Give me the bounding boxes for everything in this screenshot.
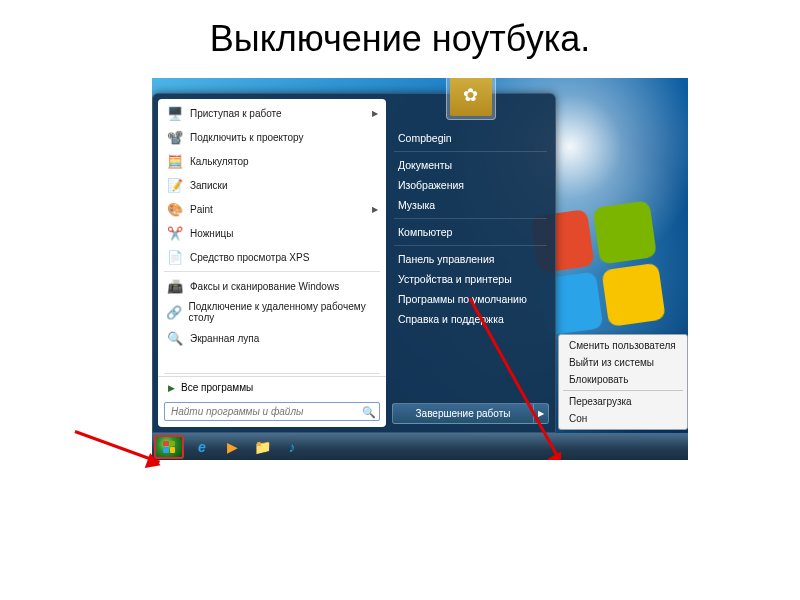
program-item[interactable]: 🧮Калькулятор [158, 149, 386, 173]
chevron-right-icon: ▶ [372, 109, 378, 118]
program-icon: 📽️ [166, 128, 184, 146]
program-label: Калькулятор [190, 156, 249, 167]
ie-icon[interactable]: e [188, 436, 216, 458]
search-input[interactable] [164, 402, 380, 421]
right-pane-item[interactable]: Компьютер [386, 222, 555, 242]
program-label: Ножницы [190, 228, 233, 239]
program-item[interactable]: 📽️Подключить к проектору [158, 125, 386, 149]
right-pane-item[interactable]: Справка и поддержка [386, 309, 555, 329]
program-label: Экранная лупа [190, 333, 259, 344]
search-icon: 🔍 [362, 405, 376, 418]
shutdown-button[interactable]: Завершение работы [392, 403, 533, 424]
program-label: Записки [190, 180, 228, 191]
start-button[interactable] [154, 435, 184, 459]
taskbar: e▶📁♪ [152, 433, 688, 460]
program-icon: 🔗 [166, 303, 183, 321]
program-item[interactable]: 🔍Экранная лупа [158, 326, 386, 350]
right-pane-item[interactable]: Устройства и принтеры [386, 269, 555, 289]
divider [394, 218, 547, 219]
all-programs-item[interactable]: ▶ Все программы [158, 376, 386, 398]
program-list: 🖥️Приступая к работе▶📽️Подключить к прое… [158, 99, 386, 371]
start-menu[interactable]: 🖥️Приступая к работе▶📽️Подключить к прое… [152, 93, 556, 433]
program-icon: 🔍 [166, 329, 184, 347]
right-pane-item[interactable]: Документы [386, 155, 555, 175]
program-item[interactable]: 📄Средство просмотра XPS [158, 245, 386, 269]
avatar-image: ✿ [450, 78, 492, 116]
start-menu-left-pane: 🖥️Приступая к работе▶📽️Подключить к прое… [158, 99, 386, 427]
program-label: Средство просмотра XPS [190, 252, 309, 263]
program-label: Paint [190, 204, 213, 215]
program-label: Подключение к удаленному рабочему столу [189, 301, 378, 323]
divider [164, 271, 380, 272]
media-player-icon[interactable]: ▶ [218, 436, 246, 458]
divider [563, 390, 683, 391]
program-item[interactable]: 📝Записки [158, 173, 386, 197]
divider [394, 151, 547, 152]
program-item[interactable]: ✂️Ножницы [158, 221, 386, 245]
program-label: Подключить к проектору [190, 132, 304, 143]
power-options-menu[interactable]: Сменить пользователяВыйти из системыБлок… [558, 334, 688, 430]
windows-logo-icon [163, 441, 175, 453]
program-icon: 🧮 [166, 152, 184, 170]
right-pane-item[interactable]: Панель управления [386, 249, 555, 269]
explorer-icon[interactable]: 📁 [248, 436, 276, 458]
avatar[interactable]: ✿ [446, 78, 496, 120]
program-icon: ✂️ [166, 224, 184, 242]
divider [164, 373, 380, 374]
program-icon: 📝 [166, 176, 184, 194]
program-label: Приступая к работе [190, 108, 282, 119]
power-menu-item[interactable]: Сон [561, 410, 685, 427]
power-menu-item[interactable]: Сменить пользователя [561, 337, 685, 354]
power-menu-item[interactable]: Блокировать [561, 371, 685, 388]
chevron-right-icon: ▶ [372, 205, 378, 214]
program-item[interactable]: 📠Факсы и сканирование Windows [158, 274, 386, 298]
all-programs-label: Все программы [181, 382, 253, 393]
itunes-icon[interactable]: ♪ [278, 436, 306, 458]
power-menu-item[interactable]: Перезагрузка [561, 393, 685, 410]
power-menu-item[interactable]: Выйти из системы [561, 354, 685, 371]
screenshot-frame: 🖥️Приступая к работе▶📽️Подключить к прое… [152, 78, 688, 460]
program-item[interactable]: 🎨Paint▶ [158, 197, 386, 221]
right-pane-item[interactable]: Изображения [386, 175, 555, 195]
program-label: Факсы и сканирование Windows [190, 281, 339, 292]
program-icon: 📠 [166, 277, 184, 295]
program-icon: 📄 [166, 248, 184, 266]
arrow-to-start-button [74, 430, 160, 464]
taskbar-pinned: e▶📁♪ [188, 436, 306, 458]
program-item[interactable]: 🖥️Приступая к работе▶ [158, 101, 386, 125]
start-menu-right-pane: ✿ CompbeginДокументыИзображенияМузыкаКом… [386, 94, 555, 432]
program-item[interactable]: 🔗Подключение к удаленному рабочему столу [158, 298, 386, 326]
chevron-right-icon: ▶ [168, 383, 175, 393]
program-icon: 🎨 [166, 200, 184, 218]
slide-title: Выключение ноутбука. [0, 0, 800, 68]
program-icon: 🖥️ [166, 104, 184, 122]
right-pane-item[interactable]: Музыка [386, 195, 555, 215]
right-pane-item[interactable]: Compbegin [386, 128, 555, 148]
divider [394, 245, 547, 246]
